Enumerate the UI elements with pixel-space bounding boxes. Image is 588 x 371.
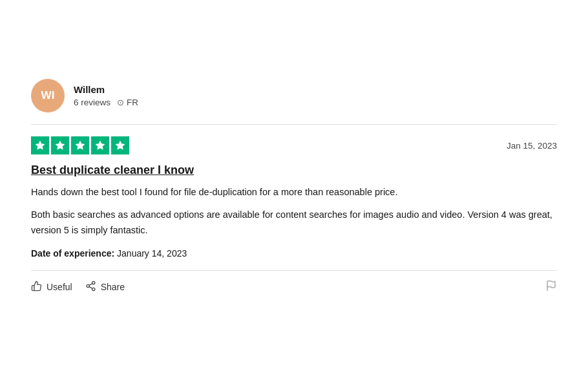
- review-paragraph-1: Hands down the best tool I found for fil…: [31, 185, 557, 200]
- location-icon: ⊙: [117, 98, 124, 107]
- date-of-experience-label: Date of experience:: [31, 248, 114, 259]
- review-body: Jan 15, 2023 Best duplicate cleaner I kn…: [31, 125, 557, 259]
- useful-button[interactable]: Useful: [31, 281, 72, 294]
- review-card: WI Willem 6 reviews ⊙ FR: [13, 63, 575, 308]
- svg-line-3: [89, 286, 92, 288]
- review-title: Best duplicate cleaner I know: [31, 164, 557, 177]
- reviewer-info: Willem 6 reviews ⊙ FR: [74, 84, 138, 107]
- review-date: Jan 15, 2023: [507, 141, 557, 151]
- star-5: [111, 136, 129, 154]
- thumbs-up-icon: [31, 281, 42, 294]
- reviewer-meta: 6 reviews ⊙ FR: [74, 98, 138, 107]
- share-icon: [85, 281, 96, 294]
- star-4: [91, 136, 109, 154]
- review-paragraph-2: Both basic searches as advanced options …: [31, 207, 557, 237]
- share-button[interactable]: Share: [85, 281, 125, 294]
- review-top-row: Jan 15, 2023: [31, 136, 557, 154]
- reviews-count: 6 reviews: [74, 98, 110, 107]
- star-rating: [31, 136, 129, 154]
- star-1: [31, 136, 49, 154]
- flag-button[interactable]: [545, 280, 557, 295]
- useful-label: Useful: [47, 282, 72, 292]
- review-footer: Useful Share: [31, 270, 557, 295]
- reviewer-location: FR: [127, 98, 138, 107]
- flag-icon: [545, 280, 557, 295]
- footer-actions: Useful Share: [31, 281, 125, 294]
- location-wrapper: ⊙ FR: [117, 98, 138, 107]
- avatar: WI: [31, 79, 65, 112]
- star-3: [71, 136, 89, 154]
- review-text: Hands down the best tool I found for fil…: [31, 185, 557, 238]
- star-2: [51, 136, 69, 154]
- share-label: Share: [101, 282, 125, 292]
- date-of-experience: Date of experience: January 14, 2023: [31, 248, 557, 259]
- svg-line-4: [89, 283, 92, 285]
- reviewer-name: Willem: [74, 84, 138, 95]
- date-of-experience-value: January 14, 2023: [117, 248, 187, 259]
- reviewer-header: WI Willem 6 reviews ⊙ FR: [31, 79, 557, 125]
